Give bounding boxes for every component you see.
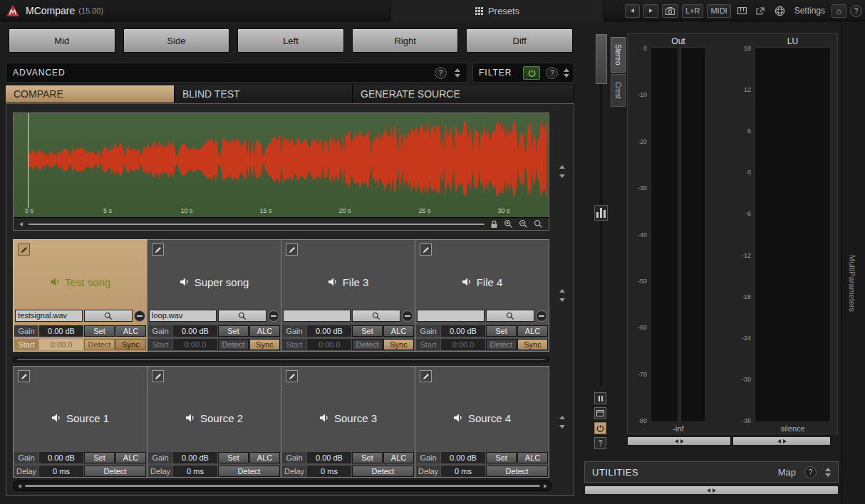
export-icon[interactable]: [753, 4, 768, 18]
gain-value[interactable]: 0.00 dB: [307, 452, 351, 463]
filename-field[interactable]: testsignal.wav: [15, 310, 83, 322]
file-slot[interactable]: Test song testsignal.wav Gain 0.00 dB Se…: [13, 239, 147, 352]
home-icon[interactable]: ⌂: [832, 4, 846, 18]
alc-button[interactable]: ALC: [249, 325, 280, 337]
help-icon[interactable]: ?: [546, 67, 558, 79]
collapse-spinner[interactable]: [825, 468, 831, 477]
start-value[interactable]: 0:00.0: [307, 339, 351, 350]
scrollbar-thumb[interactable]: [29, 224, 485, 225]
edit-pencil-icon[interactable]: [286, 370, 298, 382]
channel-left-button[interactable]: Left: [237, 28, 344, 53]
detect-button[interactable]: Detect: [218, 466, 280, 477]
edit-pencil-icon[interactable]: [152, 370, 164, 382]
sync-button[interactable]: Sync: [115, 339, 146, 350]
waveform-resize-handle[interactable]: [555, 112, 569, 231]
detect-button[interactable]: Detect: [352, 339, 383, 350]
collapse-spinner[interactable]: [564, 68, 569, 78]
slots-resize-handle[interactable]: [555, 239, 569, 352]
zoom-in-icon[interactable]: [504, 219, 513, 229]
out-meter-bar-right[interactable]: [680, 47, 706, 422]
settings-button[interactable]: Settings: [794, 6, 825, 16]
sphere-icon[interactable]: [772, 4, 788, 18]
slot-title[interactable]: Source 1: [14, 411, 147, 425]
previous-preset-button[interactable]: [625, 4, 640, 18]
sync-button[interactable]: Sync: [517, 339, 548, 350]
gain-value[interactable]: 0.00 dB: [307, 325, 351, 337]
scrollbar-thumb[interactable]: [25, 485, 540, 487]
sources-resize-handle[interactable]: [555, 366, 569, 478]
alc-button[interactable]: ALC: [383, 452, 414, 463]
set-button[interactable]: Set: [84, 452, 115, 463]
help-icon[interactable]: ?: [850, 5, 862, 17]
browse-button[interactable]: [218, 310, 266, 322]
lu-meter-bar[interactable]: [755, 47, 831, 422]
meter-columns-icon[interactable]: [594, 205, 608, 221]
pause-icon[interactable]: [594, 392, 606, 404]
out-meter-range-slider[interactable]: [627, 436, 731, 446]
start-value[interactable]: 0:00.0: [441, 339, 485, 350]
slot-title[interactable]: Super song: [147, 275, 281, 289]
slot-title[interactable]: Source 4: [415, 411, 549, 425]
slot-title[interactable]: File 4: [415, 275, 549, 289]
filter-power-button[interactable]: [523, 66, 540, 80]
tab-compare[interactable]: COMPARE: [6, 85, 175, 103]
slot-title[interactable]: Source 3: [281, 411, 415, 425]
source-slot[interactable]: Source 4 Gain 0.00 dB Set ALC Delay 0 ms…: [415, 366, 549, 478]
filename-field[interactable]: [283, 310, 351, 322]
detect-button[interactable]: Detect: [352, 466, 414, 477]
keyboard-icon[interactable]: [735, 4, 750, 18]
edit-pencil-icon[interactable]: [152, 243, 164, 256]
gain-value[interactable]: 0.00 dB: [441, 325, 485, 337]
help-icon[interactable]: ?: [435, 67, 447, 79]
detect-button[interactable]: Detect: [218, 339, 249, 350]
delay-value[interactable]: 0 ms: [39, 466, 83, 477]
set-button[interactable]: Set: [218, 452, 249, 463]
waveform-display[interactable]: 0 s 5 s 10 s 15 s 20 s 25 s 30 s: [14, 113, 549, 217]
source-slot[interactable]: Source 3 Gain 0.00 dB Set ALC Delay 0 ms…: [281, 366, 415, 478]
map-button[interactable]: Map: [778, 467, 796, 478]
utilities-slider[interactable]: [584, 485, 839, 495]
sync-button[interactable]: Sync: [383, 339, 414, 350]
source-slot[interactable]: Source 1 Gain 0.00 dB Set ALC Delay 0 ms…: [13, 366, 147, 478]
meter-zoom-handle[interactable]: [596, 34, 607, 84]
remove-icon[interactable]: [536, 310, 547, 322]
alc-button[interactable]: ALC: [115, 452, 146, 463]
browse-button[interactable]: [352, 310, 400, 322]
set-button[interactable]: Set: [486, 452, 517, 463]
edit-pencil-icon[interactable]: [420, 243, 432, 256]
start-value[interactable]: 0:00.0: [39, 339, 83, 350]
file-slot[interactable]: File 3 Gain 0.00 dB Set ALC Start 0:00.0…: [281, 239, 415, 352]
file-slot[interactable]: File 4 Gain 0.00 dB Set ALC Start 0:00.0…: [415, 239, 549, 352]
edit-pencil-icon[interactable]: [18, 370, 30, 382]
lu-meter-range-slider[interactable]: [732, 436, 831, 446]
gain-value[interactable]: 0.00 dB: [441, 452, 485, 463]
start-value[interactable]: 0:00.0: [173, 339, 217, 350]
snapshot-button[interactable]: [662, 4, 678, 18]
app-logo-icon[interactable]: [6, 4, 20, 17]
gain-value[interactable]: 0.00 dB: [173, 452, 217, 463]
midi-button[interactable]: MIDI: [707, 4, 730, 18]
channel-diff-button[interactable]: Diff: [466, 28, 573, 53]
tab-blind-test[interactable]: BLIND TEST: [175, 85, 353, 103]
help-icon[interactable]: ?: [804, 466, 817, 478]
set-button[interactable]: Set: [352, 325, 383, 337]
alc-button[interactable]: ALC: [249, 452, 280, 463]
detect-button[interactable]: Detect: [84, 466, 146, 477]
window-icon[interactable]: [594, 407, 606, 419]
slot-title[interactable]: Test song: [14, 275, 147, 289]
gain-value[interactable]: 0.00 dB: [173, 325, 217, 337]
set-button[interactable]: Set: [84, 325, 115, 337]
next-preset-button[interactable]: [643, 4, 658, 18]
tab-crest[interactable]: Crest: [611, 74, 626, 107]
set-button[interactable]: Set: [486, 325, 517, 337]
collapse-spinner[interactable]: [455, 68, 460, 78]
detect-button[interactable]: Detect: [486, 466, 548, 477]
scroll-left-icon[interactable]: [18, 484, 21, 488]
delay-value[interactable]: 0 ms: [173, 466, 217, 477]
tab-stereo[interactable]: Stereo: [611, 37, 626, 73]
alc-button[interactable]: ALC: [383, 325, 414, 337]
help-icon[interactable]: ?: [594, 437, 606, 449]
slots-scrollbar[interactable]: [13, 357, 549, 362]
delay-value[interactable]: 0 ms: [307, 466, 351, 477]
slot-title[interactable]: Source 2: [147, 411, 281, 425]
